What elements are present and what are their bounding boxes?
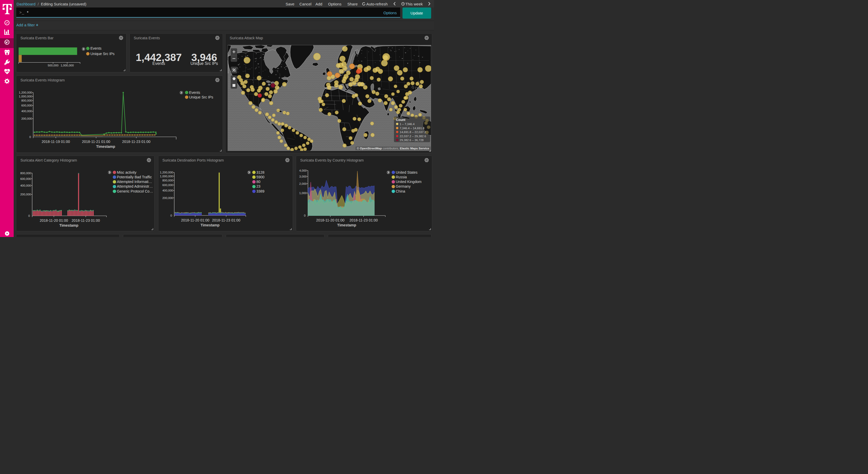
svg-text:2,000: 2,000: [299, 182, 307, 185]
svg-text:400,000: 400,000: [162, 189, 173, 192]
svg-text:Russia: Russia: [396, 175, 407, 179]
svg-text:Attempted Informati…: Attempted Informati…: [117, 180, 152, 184]
svg-text:2018-11-23 01:00: 2018-11-23 01:00: [122, 139, 151, 143]
svg-text:0: 0: [29, 135, 31, 138]
svg-text:1,000,000: 1,000,000: [19, 95, 32, 98]
svg-text:1,000,000: 1,000,000: [60, 64, 74, 67]
svg-text:0: 0: [304, 214, 306, 217]
svg-text:Events: Events: [189, 90, 200, 95]
svg-text:Misc activity: Misc activity: [117, 170, 136, 174]
svg-text:Germany: Germany: [396, 184, 411, 188]
svg-text:800,000: 800,000: [162, 179, 173, 182]
svg-text:800,000: 800,000: [21, 99, 32, 102]
svg-text:23: 23: [256, 184, 260, 188]
svg-text:United Kingdom: United Kingdom: [396, 180, 422, 184]
svg-text:2018-11-20 01:00: 2018-11-20 01:00: [181, 218, 209, 222]
svg-text:3,000: 3,000: [299, 175, 307, 178]
svg-text:3389: 3389: [256, 189, 264, 193]
svg-text:Potentially Bad Traffic: Potentially Bad Traffic: [117, 175, 152, 179]
svg-text:0: 0: [28, 214, 30, 217]
svg-text:1,000: 1,000: [299, 191, 307, 195]
svg-text:Timestamp: Timestamp: [96, 144, 115, 148]
svg-text:2018-11-23 01:00: 2018-11-23 01:00: [212, 218, 240, 222]
svg-text:0: 0: [170, 214, 172, 217]
svg-text:5900: 5900: [256, 175, 264, 179]
svg-text:2018-11-23 01:00: 2018-11-23 01:00: [71, 218, 100, 223]
svg-text:United States: United States: [396, 170, 417, 174]
svg-text:400,000: 400,000: [21, 110, 32, 113]
svg-text:600,000: 600,000: [20, 177, 31, 180]
svg-text:3128: 3128: [256, 170, 264, 174]
svg-text:Timestamp: Timestamp: [200, 223, 220, 227]
svg-text:200,000: 200,000: [162, 197, 173, 200]
svg-text:1,000,000: 1,000,000: [160, 175, 173, 178]
svg-text:Generic Protocol Co…: Generic Protocol Co…: [117, 189, 153, 193]
svg-text:2018-11-20 01:00: 2018-11-20 01:00: [316, 218, 345, 222]
svg-text:China: China: [396, 189, 405, 193]
svg-text:Timestamp: Timestamp: [59, 223, 79, 228]
svg-text:400,000: 400,000: [20, 184, 31, 187]
svg-text:1,200,000: 1,200,000: [19, 91, 32, 94]
svg-text:600,000: 600,000: [162, 183, 173, 187]
svg-text:Attempted Administr…: Attempted Administr…: [117, 184, 153, 188]
svg-text:2018-11-21 01:00: 2018-11-21 01:00: [82, 139, 110, 143]
svg-text:Events: Events: [90, 46, 101, 50]
svg-text:800,000: 800,000: [20, 172, 31, 175]
svg-text:2018-11-19 01:00: 2018-11-19 01:00: [41, 139, 70, 143]
svg-text:4,000: 4,000: [299, 169, 307, 172]
svg-text:200,000: 200,000: [21, 117, 32, 120]
svg-text:Timestamp: Timestamp: [337, 223, 356, 227]
svg-text:80: 80: [256, 180, 260, 184]
svg-text:1,200,000: 1,200,000: [160, 171, 173, 174]
svg-text:600,000: 600,000: [21, 104, 32, 107]
svg-text:200,000: 200,000: [20, 193, 31, 196]
svg-text:Unique Src IPs: Unique Src IPs: [90, 52, 115, 56]
svg-text:2018-11-23 01:00: 2018-11-23 01:00: [349, 218, 378, 222]
svg-text:500,000: 500,000: [48, 64, 59, 67]
svg-text:2018-11-20 01:00: 2018-11-20 01:00: [40, 218, 68, 223]
svg-text:Unique Src IPs: Unique Src IPs: [189, 95, 213, 99]
